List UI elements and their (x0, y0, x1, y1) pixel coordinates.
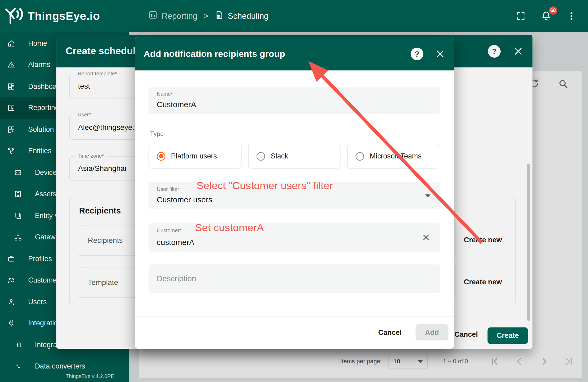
customer-value: customerA (157, 238, 194, 247)
radio-platform-users[interactable]: Platform users (149, 144, 242, 169)
breadcrumb-separator: > (203, 11, 208, 21)
chevron-down-icon (425, 194, 431, 197)
radio-slack[interactable]: Slack (248, 144, 340, 169)
description-field[interactable]: Description (149, 265, 440, 293)
add-button[interactable]: Add (416, 324, 449, 340)
radio-label: Microsoft Teams (370, 152, 421, 160)
add-group-dialog-body: Name* CustomerA Type Platform users Slac… (135, 70, 454, 349)
turbine-logo-icon (5, 5, 25, 27)
notifications-icon[interactable]: 68 (538, 8, 554, 24)
app-window: ThingsEye.io Reporting > Scheduling (0, 0, 588, 382)
type-label: Type (150, 130, 164, 138)
name-value: CustomerA (157, 100, 196, 109)
top-header: ThingsEye.io Reporting > Scheduling (0, 0, 588, 32)
breadcrumb: Reporting > Scheduling (148, 10, 269, 22)
footer-divider (135, 316, 454, 317)
radio-unselected-icon (355, 152, 364, 161)
breadcrumb-reporting[interactable]: Reporting (148, 10, 197, 22)
fullscreen-icon[interactable] (513, 8, 528, 24)
add-recipients-group-dialog: Add notification recipients group Name* … (135, 37, 454, 349)
add-group-dialog-header: Add notification recipients group (135, 37, 454, 70)
user-filter-label: User filter (157, 186, 179, 192)
more-vert-icon[interactable] (564, 8, 579, 24)
header-actions: 68 (513, 8, 588, 24)
customer-field[interactable]: Customer* customerA (149, 223, 440, 252)
name-label: Name* (157, 91, 173, 97)
radio-microsoft-teams[interactable]: Microsoft Teams (347, 144, 440, 169)
reporting-breadcrumb-icon (148, 10, 158, 22)
customer-label: Customer* (157, 227, 182, 233)
notification-badge: 68 (549, 6, 557, 14)
breadcrumb-page-label: Scheduling (228, 11, 269, 21)
help-icon[interactable] (411, 47, 423, 60)
radio-label: Slack (271, 152, 288, 160)
radio-unselected-icon (256, 152, 265, 161)
radio-label: Platform users (171, 152, 217, 160)
app-logo[interactable]: ThingsEye.io (0, 5, 129, 27)
annotation-filter-note: Select "Customer users" filter (197, 180, 333, 192)
add-group-dialog-footer: Cancel Add (378, 324, 448, 340)
scheduling-breadcrumb-icon (214, 10, 224, 22)
logo-text: ThingsEye.io (28, 10, 100, 22)
radio-selected-icon (157, 152, 166, 161)
close-icon[interactable] (435, 49, 445, 59)
name-field[interactable]: Name* CustomerA (149, 87, 440, 114)
annotation-customer-note: Set customerA (195, 222, 264, 234)
description-placeholder: Description (157, 274, 196, 283)
breadcrumb-section-label: Reporting (162, 11, 197, 21)
clear-icon[interactable] (421, 233, 430, 242)
add-group-dialog-title: Add notification recipients group (144, 48, 285, 59)
cancel-button[interactable]: Cancel (378, 328, 402, 336)
breadcrumb-scheduling[interactable]: Scheduling (214, 10, 269, 22)
user-filter-value: Customer users (157, 195, 212, 204)
